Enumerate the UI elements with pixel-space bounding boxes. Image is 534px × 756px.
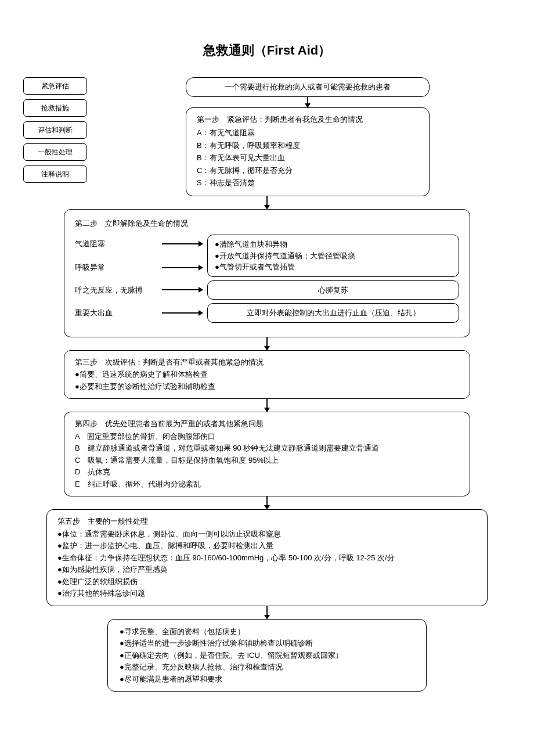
step6-line: ●正确确定去向（例如，是否住院、去 ICU、留院短暂观察或回家） — [120, 650, 414, 661]
flow-start-col: 一个需要进行抢救的病人或者可能需要抢救的患者 第一步 紧急评估：判断患者有我危及… — [104, 77, 511, 196]
step4-line: C 吸氧：通常需要大流量，目标是保持血氧饱和度 95%以上 — [75, 455, 459, 466]
step3-line: ●必要和主要的诊断性治疗试验和辅助检查 — [75, 381, 459, 393]
step2-label: 呼之无反应，无脉搏 — [75, 285, 162, 296]
step3-box: 第三步 次级评估：判断是否有严重或者其他紧急的情况 ●简要、迅速系统的病史了解和… — [64, 350, 470, 399]
target-line: ●开放气道并保持气道通畅；大管径管吸痰 — [215, 250, 452, 262]
legend-item: 抢救措施 — [23, 99, 87, 117]
target-line: ●清除气道血块和异物 — [215, 239, 452, 250]
step2-box: 第二步 立即解除危及生命的情况 气道阻塞 呼吸异常 ●清除气道血块和异物 ●开放… — [64, 209, 470, 337]
page-title: 急救通则（First Aid） — [23, 41, 511, 60]
step1-box: 第一步 紧急评估：判断患者有我危及生命的情况 A：有无气道阻塞 B：有无呼吸，呼… — [186, 107, 430, 196]
step6-line: ●寻求完整、全面的资料（包括病史） — [120, 626, 414, 638]
step4-line: E 纠正呼吸、循环、代谢内分泌紊乱 — [75, 478, 459, 490]
step3-header: 第三步 次级评估：判断是否有严重或者其他紧急的情况 — [75, 357, 459, 368]
legend-item: 一般性处理 — [23, 143, 87, 161]
step5-line: ●如为感染性疾病，治疗严重感染 — [57, 564, 477, 575]
arrow-down-icon — [266, 606, 268, 619]
step4-header: 第四步 优先处理患者当前最为严重的或者其他紧急问题 — [75, 418, 459, 430]
arrow-down-icon — [266, 337, 268, 350]
step4-line: D 抗休克 — [75, 466, 459, 478]
legend-item: 评估和判断 — [23, 121, 87, 139]
step6-line: ●选择适当的进一步诊断性治疗试验和辅助检查以明确诊断 — [120, 638, 414, 649]
step5-line: ●监护：进一步监护心电、血压、脉搏和呼吸，必要时检测出入量 — [57, 540, 477, 552]
step2-target-airway: ●清除气道血块和异物 ●开放气道并保持气道通畅；大管径管吸痰 ●气管切开或者气管… — [207, 235, 459, 277]
step2-label: 气道阻塞 — [75, 238, 162, 250]
arrow-down-icon — [266, 196, 268, 209]
step5-header: 第五步 主要的一般性处理 — [57, 516, 477, 527]
step2-header: 第二步 立即解除危及生命的情况 — [75, 218, 459, 229]
legend-item: 注释说明 — [23, 165, 87, 183]
start-box: 一个需要进行抢救的病人或者可能需要抢救的患者 — [186, 77, 430, 97]
step2-label: 重要大出血 — [75, 307, 162, 319]
arrow-right-icon — [162, 243, 203, 244]
legend: 紧急评估 抢救措施 评估和判断 一般性处理 注释说明 — [23, 77, 87, 183]
arrow-down-icon — [307, 97, 308, 107]
step3-line: ●简要、迅速系统的病史了解和体格检查 — [75, 369, 459, 380]
step1-header: 第一步 紧急评估：判断患者有我危及生命的情况 — [197, 114, 418, 125]
step5-line: ●生命体征：力争保持在理想状态：血压 90-160/60-100mmHg，心率 … — [57, 552, 477, 564]
top-row: 紧急评估 抢救措施 评估和判断 一般性处理 注释说明 一个需要进行抢救的病人或者… — [23, 77, 511, 196]
arrow-down-icon — [266, 496, 268, 509]
legend-item: 紧急评估 — [23, 77, 87, 95]
step4-box: 第四步 优先处理患者当前最为严重的或者其他紧急问题 A 固定重要部位的骨折、闭合… — [64, 412, 470, 496]
step4-line: B 建立静脉通道或者骨通道，对危重或者如果 90 秒钟无法建立静脉通道则需要建立… — [75, 442, 459, 454]
step1-line: B：有无体表可见大量出血 — [197, 152, 418, 164]
step2-target-cpr: 心肺复苏 — [207, 280, 459, 300]
target-line: ●气管切开或者气管插管 — [215, 261, 452, 273]
arrow-down-icon — [266, 399, 268, 412]
arrow-right-icon — [162, 289, 203, 290]
arrow-right-icon — [162, 312, 203, 314]
step5-line: ●处理广泛的软组织损伤 — [57, 576, 477, 588]
step4-line: A 固定重要部位的骨折、闭合胸腹部伤口 — [75, 431, 459, 442]
step5-line: ●治疗其他的特殊急诊问题 — [57, 588, 477, 599]
step5-box: 第五步 主要的一般性处理 ●体位：通常需要卧床休息，侧卧位、面向一侧可以防止误吸… — [46, 509, 488, 606]
step6-box: ●寻求完整、全面的资料（包括病史） ●选择适当的进一步诊断性治疗试验和辅助检查以… — [107, 619, 427, 692]
step1-line: C：有无脉搏，循环是否充分 — [197, 165, 418, 177]
step2-label: 呼吸异常 — [75, 262, 162, 273]
arrow-right-icon — [162, 267, 203, 268]
step5-line: ●体位：通常需要卧床休息，侧卧位、面向一侧可以防止误吸和窒息 — [57, 528, 477, 540]
step2-target-bleed: 立即对外表能控制的大出血进行止血（压迫、结扎） — [207, 303, 459, 323]
step6-line: ●尽可能满足患者的愿望和要求 — [120, 674, 414, 685]
step1-line: S：神志是否清楚 — [197, 177, 418, 189]
step1-line: B：有无呼吸，呼吸频率和程度 — [197, 140, 418, 152]
step1-line: A：有无气道阻塞 — [197, 127, 418, 139]
step6-line: ●完整记录、充分反映病人抢救、治疗和检查情况 — [120, 661, 414, 673]
